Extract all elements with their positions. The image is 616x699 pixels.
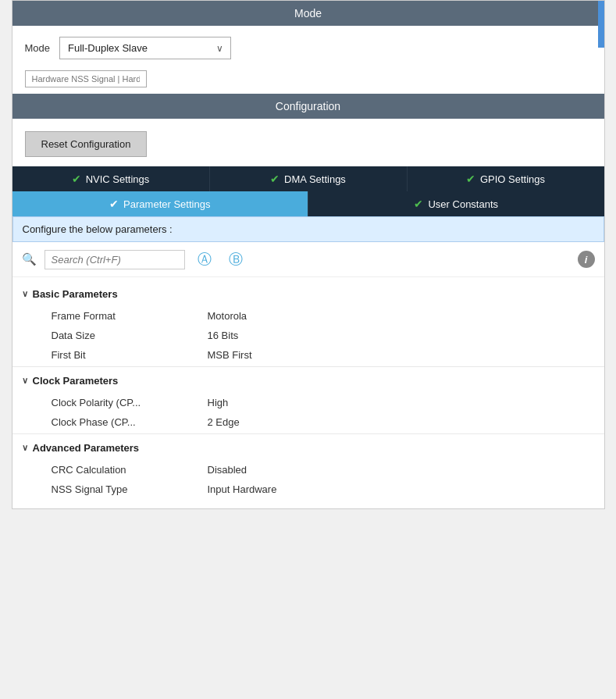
user-check-icon: ✔ [414, 198, 423, 210]
scrollbar[interactable] [598, 1, 604, 48]
mode-section-header: Mode [12, 1, 604, 26]
info-button[interactable]: i [578, 251, 595, 269]
hardware-nss-input[interactable] [25, 70, 147, 87]
reset-btn-row: Reset Configuration [12, 119, 604, 166]
advanced-parameters-label: Advanced Parameters [33, 442, 140, 454]
clock-phase-name: Clock Phase (CP... [52, 416, 208, 428]
data-size-value: 16 Bits [208, 330, 239, 341]
params-area: ∨ Basic Parameters Frame Format Motorola… [12, 277, 604, 508]
first-bit-name: First Bit [52, 349, 208, 361]
search-icon: 🔍 [22, 252, 37, 266]
clock-parameters-label: Clock Parameters [33, 375, 119, 387]
first-bit-value: MSB First [208, 349, 252, 361]
tabs-row1: ✔ NVIC Settings ✔ DMA Settings ✔ GPIO Se… [12, 166, 604, 191]
clock-polarity-name: Clock Polarity (CP... [52, 397, 208, 408]
mode-select-wrapper[interactable]: Full-Duplex Slave Full-Duplex Master Hal… [59, 37, 231, 59]
advanced-chevron-icon: ∨ [22, 443, 28, 453]
tab-user-label: User Constants [428, 198, 498, 210]
frame-format-row: Frame Format Motorola [12, 306, 604, 326]
prev-nav-button[interactable]: Ⓐ [193, 248, 216, 270]
mode-label: Mode [25, 42, 51, 54]
param-check-icon: ✔ [109, 198, 119, 210]
tab-parameter-label: Parameter Settings [123, 198, 210, 210]
tab-dma-label: DMA Settings [284, 173, 346, 185]
nss-signal-type-row: NSS Signal Type Input Hardware [12, 480, 604, 499]
search-input[interactable] [45, 250, 185, 269]
info-icon: i [578, 251, 595, 268]
clock-phase-row: Clock Phase (CP... 2 Edge [12, 412, 604, 432]
divider-2 [12, 433, 604, 434]
data-size-name: Data Size [52, 330, 208, 341]
crc-calculation-value: Disabled [208, 464, 247, 476]
tab-nvic-label: NVIC Settings [86, 173, 150, 185]
tab-dma-settings[interactable]: ✔ DMA Settings [210, 166, 408, 191]
configure-bar: Configure the below parameters : [12, 216, 604, 242]
clock-parameters-group-header[interactable]: ∨ Clock Parameters [12, 369, 604, 393]
frame-format-name: Frame Format [52, 310, 208, 322]
divider-1 [12, 366, 604, 367]
basic-chevron-icon: ∨ [22, 289, 28, 299]
tab-user-constants[interactable]: ✔ User Constants [308, 191, 604, 216]
mode-select[interactable]: Full-Duplex Slave Full-Duplex Master Hal… [59, 37, 231, 59]
nss-signal-type-value: Input Hardware [208, 483, 277, 495]
crc-calculation-name: CRC Calculation [52, 464, 208, 476]
clock-polarity-row: Clock Polarity (CP... High [12, 393, 604, 412]
hardware-row [12, 70, 604, 94]
frame-format-value: Motorola [208, 310, 247, 322]
config-section-header: Configuration [12, 94, 604, 119]
next-nav-button[interactable]: Ⓑ [224, 248, 247, 270]
gpio-check-icon: ✔ [466, 173, 475, 185]
nss-signal-type-name: NSS Signal Type [52, 483, 208, 495]
tabs-row2: ✔ Parameter Settings ✔ User Constants [12, 191, 604, 216]
basic-parameters-label: Basic Parameters [33, 288, 118, 300]
clock-chevron-icon: ∨ [22, 376, 28, 386]
dma-check-icon: ✔ [270, 173, 280, 185]
data-size-row: Data Size 16 Bits [12, 326, 604, 345]
first-bit-row: First Bit MSB First [12, 345, 604, 365]
tab-nvic-settings[interactable]: ✔ NVIC Settings [12, 166, 210, 191]
search-row: 🔍 Ⓐ Ⓑ i [12, 242, 604, 277]
reset-configuration-button[interactable]: Reset Configuration [25, 131, 148, 157]
basic-parameters-group-header[interactable]: ∨ Basic Parameters [12, 282, 604, 306]
clock-polarity-value: High [208, 397, 229, 408]
tab-gpio-settings[interactable]: ✔ GPIO Settings [408, 166, 604, 191]
nvic-check-icon: ✔ [72, 173, 81, 185]
tab-gpio-label: GPIO Settings [480, 173, 545, 185]
tab-parameter-settings[interactable]: ✔ Parameter Settings [12, 191, 309, 216]
mode-row: Mode Full-Duplex Slave Full-Duplex Maste… [12, 26, 604, 70]
clock-phase-value: 2 Edge [208, 416, 240, 428]
crc-calculation-row: CRC Calculation Disabled [12, 460, 604, 480]
advanced-parameters-group-header[interactable]: ∨ Advanced Parameters [12, 436, 604, 460]
